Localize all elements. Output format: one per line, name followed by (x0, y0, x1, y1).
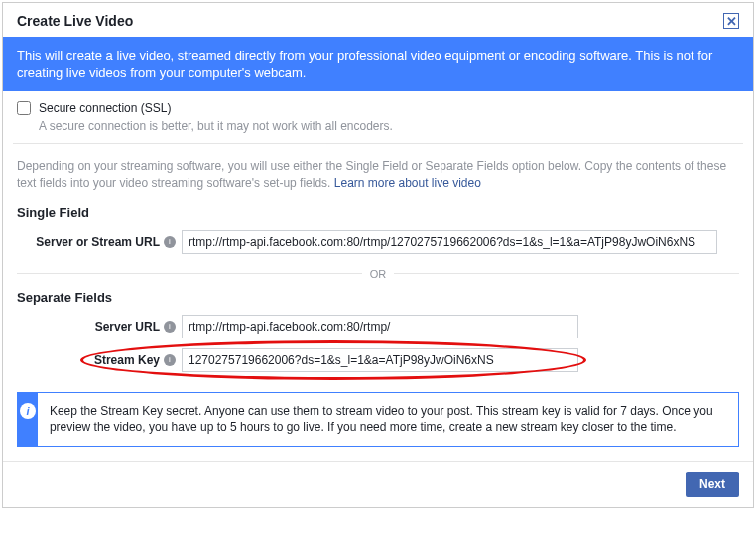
ssl-subtext: A secure connection is better, but it ma… (39, 119, 739, 133)
stream-key-input[interactable] (182, 348, 578, 372)
server-url-input[interactable] (182, 315, 578, 338)
stream-key-row: Stream Key i (3, 348, 753, 382)
stream-key-label: Stream Key (94, 353, 160, 367)
modal-footer: Next (3, 461, 753, 507)
learn-more-link[interactable]: Learn more about live video (334, 176, 481, 190)
stream-key-warning: i Keep the Stream Key secret. Anyone can… (17, 392, 739, 448)
or-text: OR (370, 268, 387, 280)
stream-key-highlight: Stream Key i (3, 348, 753, 382)
ssl-label: Secure connection (SSL) (39, 101, 171, 115)
server-stream-url-label: Server or Stream URL (36, 235, 160, 249)
banner-text: This will create a live video, streamed … (17, 48, 712, 80)
info-icon[interactable]: i (164, 354, 176, 366)
single-field-row: Server or Stream URL i (3, 230, 753, 264)
next-button[interactable]: Next (686, 472, 739, 497)
server-url-label: Server URL (95, 320, 160, 334)
info-box-icon-bar: i (18, 393, 38, 447)
modal-title: Create Live Video (17, 13, 133, 29)
modal-header: Create Live Video ✕ (3, 3, 753, 37)
info-box-text: Keep the Stream Key secret. Anyone can u… (38, 393, 738, 447)
server-url-row: Server URL i (3, 315, 753, 348)
separate-fields-title: Separate Fields (3, 284, 753, 315)
single-field-title: Single Field (3, 200, 753, 230)
close-icon[interactable]: ✕ (723, 13, 739, 29)
server-stream-url-input[interactable] (182, 230, 717, 254)
info-icon: i (20, 403, 36, 419)
info-banner: This will create a live video, streamed … (3, 37, 753, 91)
instructions: Depending on your streaming software, yo… (3, 144, 753, 200)
create-live-video-modal: Create Live Video ✕ This will create a l… (2, 2, 754, 508)
info-icon[interactable]: i (164, 236, 176, 248)
or-divider: OR (3, 264, 753, 284)
info-icon[interactable]: i (164, 321, 176, 333)
ssl-section: Secure connection (SSL) A secure connect… (3, 91, 753, 143)
ssl-checkbox[interactable] (17, 101, 31, 115)
